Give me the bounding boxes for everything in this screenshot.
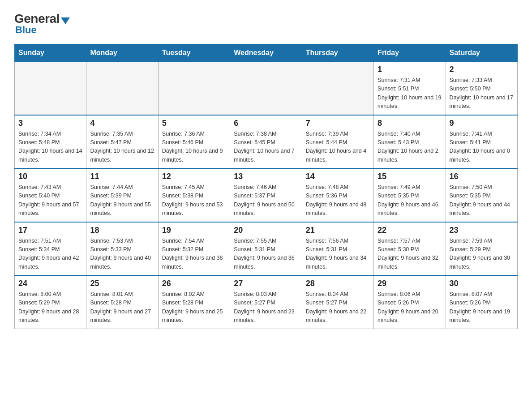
calendar-cell: 17Sunrise: 7:51 AMSunset: 5:34 PMDayligh… xyxy=(15,222,86,276)
day-number: 13 xyxy=(234,172,298,181)
day-number: 5 xyxy=(162,119,226,128)
calendar-header-thursday: Thursday xyxy=(302,44,373,62)
calendar-cell: 3Sunrise: 7:34 AMSunset: 5:48 PMDaylight… xyxy=(15,115,86,169)
day-number: 9 xyxy=(450,119,514,128)
calendar-cell: 19Sunrise: 7:54 AMSunset: 5:32 PMDayligh… xyxy=(158,222,230,276)
day-info: Sunrise: 8:01 AMSunset: 5:28 PMDaylight:… xyxy=(90,290,154,325)
calendar-header-saturday: Saturday xyxy=(446,44,517,62)
calendar-cell: 18Sunrise: 7:53 AMSunset: 5:33 PMDayligh… xyxy=(86,222,158,276)
day-number: 1 xyxy=(378,65,442,74)
day-info: Sunrise: 7:39 AMSunset: 5:44 PMDaylight:… xyxy=(306,130,370,165)
calendar-cell: 15Sunrise: 7:49 AMSunset: 5:35 PMDayligh… xyxy=(374,168,446,222)
calendar-header-tuesday: Tuesday xyxy=(158,44,230,62)
calendar-week-row: 24Sunrise: 8:00 AMSunset: 5:29 PMDayligh… xyxy=(15,275,518,329)
calendar-header-friday: Friday xyxy=(374,44,446,62)
logo: General Blue xyxy=(14,13,70,36)
calendar-cell: 25Sunrise: 8:01 AMSunset: 5:28 PMDayligh… xyxy=(86,275,158,329)
day-info: Sunrise: 7:46 AMSunset: 5:37 PMDaylight:… xyxy=(234,183,298,218)
calendar-cell: 14Sunrise: 7:48 AMSunset: 5:36 PMDayligh… xyxy=(302,168,373,222)
day-number: 3 xyxy=(18,119,82,128)
calendar-cell: 8Sunrise: 7:40 AMSunset: 5:43 PMDaylight… xyxy=(374,115,446,169)
day-number: 10 xyxy=(18,172,82,181)
day-number: 12 xyxy=(162,172,226,181)
day-info: Sunrise: 7:56 AMSunset: 5:31 PMDaylight:… xyxy=(306,237,370,272)
calendar-cell: 9Sunrise: 7:41 AMSunset: 5:41 PMDaylight… xyxy=(446,115,517,169)
calendar-cell: 29Sunrise: 8:06 AMSunset: 5:26 PMDayligh… xyxy=(374,275,446,329)
calendar-header-wednesday: Wednesday xyxy=(230,44,302,62)
calendar-cell: 2Sunrise: 7:33 AMSunset: 5:50 PMDaylight… xyxy=(446,62,517,115)
logo-arrow-icon xyxy=(61,17,70,24)
day-number: 28 xyxy=(306,279,370,288)
calendar-header-sunday: Sunday xyxy=(15,44,86,62)
day-number: 15 xyxy=(378,172,442,181)
calendar-cell: 6Sunrise: 7:38 AMSunset: 5:45 PMDaylight… xyxy=(230,115,302,169)
logo-general: General xyxy=(14,13,60,25)
calendar-week-row: 1Sunrise: 7:31 AMSunset: 5:51 PMDaylight… xyxy=(15,62,518,115)
day-number: 22 xyxy=(378,226,442,235)
day-info: Sunrise: 7:48 AMSunset: 5:36 PMDaylight:… xyxy=(306,183,370,218)
day-number: 29 xyxy=(378,279,442,288)
day-number: 18 xyxy=(90,226,154,235)
day-info: Sunrise: 7:54 AMSunset: 5:32 PMDaylight:… xyxy=(162,237,226,272)
day-info: Sunrise: 7:55 AMSunset: 5:31 PMDaylight:… xyxy=(234,237,298,272)
day-number: 19 xyxy=(162,226,226,235)
calendar-cell: 1Sunrise: 7:31 AMSunset: 5:51 PMDaylight… xyxy=(374,62,446,115)
day-number: 6 xyxy=(234,119,298,128)
calendar-cell: 21Sunrise: 7:56 AMSunset: 5:31 PMDayligh… xyxy=(302,222,373,276)
day-info: Sunrise: 7:59 AMSunset: 5:29 PMDaylight:… xyxy=(450,237,514,272)
calendar-cell: 11Sunrise: 7:44 AMSunset: 5:39 PMDayligh… xyxy=(86,168,158,222)
day-number: 26 xyxy=(162,279,226,288)
calendar-cell xyxy=(230,62,302,115)
day-number: 8 xyxy=(378,119,442,128)
calendar-week-row: 10Sunrise: 7:43 AMSunset: 5:40 PMDayligh… xyxy=(15,168,518,222)
day-number: 24 xyxy=(18,279,82,288)
day-number: 20 xyxy=(234,226,298,235)
day-info: Sunrise: 7:36 AMSunset: 5:46 PMDaylight:… xyxy=(162,130,226,165)
day-number: 30 xyxy=(450,279,514,288)
calendar-week-row: 3Sunrise: 7:34 AMSunset: 5:48 PMDaylight… xyxy=(15,115,518,169)
day-info: Sunrise: 7:35 AMSunset: 5:47 PMDaylight:… xyxy=(90,130,154,165)
calendar-cell xyxy=(15,62,86,115)
calendar-week-row: 17Sunrise: 7:51 AMSunset: 5:34 PMDayligh… xyxy=(15,222,518,276)
calendar-cell: 30Sunrise: 8:07 AMSunset: 5:26 PMDayligh… xyxy=(446,275,517,329)
day-info: Sunrise: 7:31 AMSunset: 5:51 PMDaylight:… xyxy=(378,76,442,111)
day-info: Sunrise: 7:33 AMSunset: 5:50 PMDaylight:… xyxy=(450,76,514,111)
day-number: 14 xyxy=(306,172,370,181)
day-info: Sunrise: 7:45 AMSunset: 5:38 PMDaylight:… xyxy=(162,183,226,218)
day-info: Sunrise: 7:40 AMSunset: 5:43 PMDaylight:… xyxy=(378,130,442,165)
logo-blue: Blue xyxy=(15,24,37,36)
day-info: Sunrise: 8:04 AMSunset: 5:27 PMDaylight:… xyxy=(306,290,370,325)
day-info: Sunrise: 7:50 AMSunset: 5:35 PMDaylight:… xyxy=(450,183,514,218)
calendar-cell: 20Sunrise: 7:55 AMSunset: 5:31 PMDayligh… xyxy=(230,222,302,276)
calendar-cell xyxy=(302,62,373,115)
day-number: 4 xyxy=(90,119,154,128)
calendar-cell: 23Sunrise: 7:59 AMSunset: 5:29 PMDayligh… xyxy=(446,222,517,276)
day-info: Sunrise: 7:51 AMSunset: 5:34 PMDaylight:… xyxy=(18,237,82,272)
calendar-cell xyxy=(86,62,158,115)
calendar-cell: 5Sunrise: 7:36 AMSunset: 5:46 PMDaylight… xyxy=(158,115,230,169)
day-info: Sunrise: 8:03 AMSunset: 5:27 PMDaylight:… xyxy=(234,290,298,325)
day-info: Sunrise: 8:07 AMSunset: 5:26 PMDaylight:… xyxy=(450,290,514,325)
calendar-cell: 13Sunrise: 7:46 AMSunset: 5:37 PMDayligh… xyxy=(230,168,302,222)
day-info: Sunrise: 8:02 AMSunset: 5:28 PMDaylight:… xyxy=(162,290,226,325)
day-info: Sunrise: 7:43 AMSunset: 5:40 PMDaylight:… xyxy=(18,183,82,218)
calendar-cell: 22Sunrise: 7:57 AMSunset: 5:30 PMDayligh… xyxy=(374,222,446,276)
calendar-cell: 16Sunrise: 7:50 AMSunset: 5:35 PMDayligh… xyxy=(446,168,517,222)
day-number: 23 xyxy=(450,226,514,235)
calendar-cell xyxy=(158,62,230,115)
calendar-header-monday: Monday xyxy=(86,44,158,62)
day-number: 25 xyxy=(90,279,154,288)
day-number: 21 xyxy=(306,226,370,235)
day-info: Sunrise: 8:06 AMSunset: 5:26 PMDaylight:… xyxy=(378,290,442,325)
calendar-cell: 28Sunrise: 8:04 AMSunset: 5:27 PMDayligh… xyxy=(302,275,373,329)
day-number: 16 xyxy=(450,172,514,181)
page-header: General Blue xyxy=(14,11,518,36)
day-info: Sunrise: 7:57 AMSunset: 5:30 PMDaylight:… xyxy=(378,237,442,272)
day-number: 7 xyxy=(306,119,370,128)
day-info: Sunrise: 7:41 AMSunset: 5:41 PMDaylight:… xyxy=(450,130,514,165)
day-info: Sunrise: 8:00 AMSunset: 5:29 PMDaylight:… xyxy=(18,290,82,325)
day-info: Sunrise: 7:38 AMSunset: 5:45 PMDaylight:… xyxy=(234,130,298,165)
day-info: Sunrise: 7:53 AMSunset: 5:33 PMDaylight:… xyxy=(90,237,154,272)
calendar-table: SundayMondayTuesdayWednesdayThursdayFrid… xyxy=(14,44,518,329)
day-number: 17 xyxy=(18,226,82,235)
